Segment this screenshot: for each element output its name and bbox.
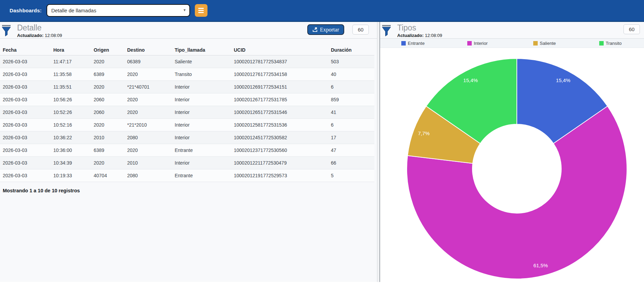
cell-duracion: 859 <box>328 93 374 106</box>
menu-button[interactable] <box>195 4 207 17</box>
cell-tipo_llamada: Saliente <box>172 55 231 68</box>
legend-item-interior[interactable]: Interior <box>446 41 512 46</box>
table-row: 2026-03-0310:19:33407042080Entrante10002… <box>0 169 374 182</box>
export-button[interactable]: Exportar <box>307 24 344 35</box>
cell-duracion: 40 <box>328 68 374 81</box>
main-content: Detalle Actualizado: 12:08:09 Exportar <box>0 22 644 282</box>
column-header-tipo_llamada: Tipo_llamada <box>172 45 231 55</box>
cell-destino: 2020 <box>124 93 172 106</box>
tipos-panel: Tipos Actualizado: 12:08:09 EntranteInte… <box>380 22 644 282</box>
updated-line: Actualizado: 12:08:09 <box>17 33 62 38</box>
chart-legend: EntranteInteriorSalienteTransito <box>380 39 644 48</box>
cell-origen: 2020 <box>91 119 124 131</box>
legend-swatch <box>533 41 538 46</box>
cell-tipo_llamada: Interior <box>172 93 231 106</box>
slice-percentage-label: 15,4% <box>463 77 478 83</box>
hamburger-icon <box>198 8 204 9</box>
cell-duracion: 17 <box>328 131 374 144</box>
panel-title: Tipos <box>397 24 442 32</box>
cell-fecha: 2026-03-03 <box>0 119 51 131</box>
cell-ucid: 10002012371772530560 <box>231 144 328 157</box>
table-row: 2026-03-0311:47:17202006389Saliente10002… <box>0 55 374 68</box>
export-icon <box>312 27 318 32</box>
cell-destino: 2010 <box>124 157 172 169</box>
detalle-panel: Detalle Actualizado: 12:08:09 Exportar <box>0 22 377 282</box>
cell-ucid: 10002012671772531785 <box>231 93 328 106</box>
cell-duracion: 47 <box>328 144 374 157</box>
call-table-header-row: FechaHoraOrigenDestinoTipo_llamadaUCIDDu… <box>0 45 374 55</box>
cell-fecha: 2026-03-03 <box>0 68 51 81</box>
cell-duracion: 503 <box>328 55 374 68</box>
cell-destino: 06389 <box>124 55 172 68</box>
cell-hora: 10:52:26 <box>51 106 91 119</box>
column-header-hora: Hora <box>51 45 91 55</box>
cell-ucid: 10002012451772530582 <box>231 131 328 144</box>
legend-item-entrante[interactable]: Entrante <box>380 41 446 46</box>
cell-ucid: 10002012651772531546 <box>231 106 328 119</box>
slice-percentage-label: 7,7% <box>418 130 430 136</box>
cell-duracion: 6 <box>328 119 374 131</box>
legend-label: Transito <box>606 41 621 46</box>
cell-hora: 10:56:26 <box>51 93 91 106</box>
cell-origen: 2010 <box>91 131 124 144</box>
cell-tipo_llamada: Interior <box>172 157 231 169</box>
cell-destino: 2080 <box>124 169 172 182</box>
legend-label: Entrante <box>408 41 425 46</box>
legend-label: Interior <box>474 41 487 46</box>
legend-item-transito[interactable]: Transito <box>578 41 644 46</box>
panel-divider <box>377 22 380 282</box>
detalle-header-controls: Exportar <box>307 24 369 35</box>
cell-tipo_llamada: Interior <box>172 81 231 93</box>
legend-swatch <box>401 41 406 46</box>
cell-origen: 6389 <box>91 68 124 81</box>
cell-hora: 11:35:58 <box>51 68 91 81</box>
export-button-label: Exportar <box>320 27 339 33</box>
legend-label: Saliente <box>540 41 556 46</box>
refresh-interval-input[interactable] <box>623 24 640 34</box>
slice-percentage-label: 61,5% <box>533 262 548 268</box>
tipos-donut-chart: 15,4%61,5%7,7%15,4% <box>380 48 644 282</box>
cell-fecha: 2026-03-03 <box>0 106 51 119</box>
cell-tipo_llamada: Entrante <box>172 169 231 182</box>
updated-label: Actualizado: <box>397 33 424 38</box>
cell-origen: 2020 <box>91 81 124 93</box>
cell-hora: 10:36:00 <box>51 144 91 157</box>
table-row: 2026-03-0311:35:5863892020Transito100020… <box>0 68 374 81</box>
dashboard-select-wrap: Detalle de llamadas ▼ <box>46 4 190 17</box>
legend-item-saliente[interactable]: Saliente <box>512 41 578 46</box>
panel-title: Detalle <box>17 24 62 32</box>
cell-duracion: 6 <box>328 81 374 93</box>
legend-swatch <box>599 41 604 46</box>
cell-tipo_llamada: Interior <box>172 106 231 119</box>
refresh-interval-input[interactable] <box>352 25 369 35</box>
cell-origen: 2060 <box>91 106 124 119</box>
detalle-title-block: Detalle Actualizado: 12:08:09 <box>17 24 62 38</box>
cell-origen: 40704 <box>91 169 124 182</box>
cell-fecha: 2026-03-03 <box>0 81 51 93</box>
cell-hora: 11:35:51 <box>51 81 91 93</box>
cell-ucid: 10002012191772529573 <box>231 169 328 182</box>
cell-duracion: 66 <box>328 157 374 169</box>
table-row: 2026-03-0310:56:2620602020Interior100020… <box>0 93 374 106</box>
table-row: 2026-03-0310:36:2220102080Interior100020… <box>0 131 374 144</box>
cell-destino: 2080 <box>124 131 172 144</box>
table-records-summary: Mostrando 1 a 10 de 10 registros <box>3 188 377 193</box>
dashboard-select[interactable]: Detalle de llamadas <box>46 4 190 17</box>
cell-origen: 2060 <box>91 93 124 106</box>
tipos-header-controls <box>623 24 640 34</box>
column-header-fecha: Fecha <box>0 45 51 55</box>
table-row: 2026-03-0311:35:512020*21*40701Interior1… <box>0 81 374 93</box>
cell-fecha: 2026-03-03 <box>0 169 51 182</box>
cell-ucid: 10002012691772534151 <box>231 81 328 93</box>
legend-swatch <box>467 41 472 46</box>
cell-tipo_llamada: Transito <box>172 68 231 81</box>
cell-origen: 2020 <box>91 157 124 169</box>
cell-hora: 10:34:39 <box>51 157 91 169</box>
filter-funnel-icon <box>381 24 392 37</box>
column-header-origen: Origen <box>91 45 124 55</box>
cell-duracion: 41 <box>328 106 374 119</box>
topbar: Dashboards: Detalle de llamadas ▼ <box>0 0 644 22</box>
cell-destino: 2020 <box>124 144 172 157</box>
column-header-ucid: UCID <box>231 45 328 55</box>
cell-ucid: 10002012781772534837 <box>231 55 328 68</box>
